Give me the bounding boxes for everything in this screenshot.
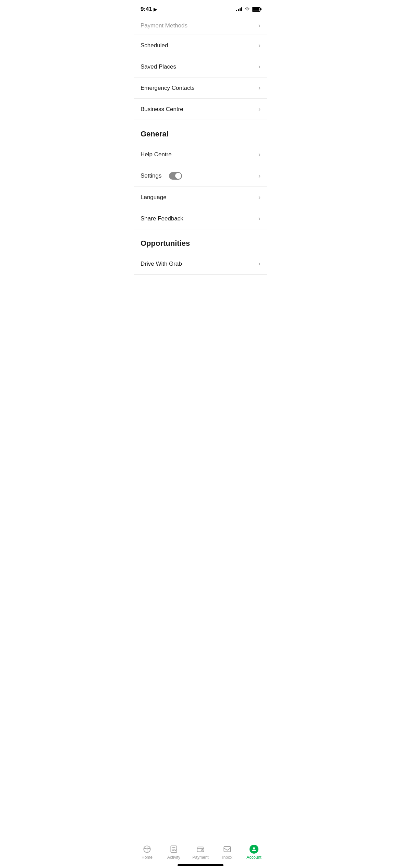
business-centre-label: Business Centre: [141, 106, 183, 113]
settings-item[interactable]: Settings ›: [134, 165, 267, 187]
emergency-contacts-label: Emergency Contacts: [141, 85, 195, 92]
settings-toggle[interactable]: [169, 172, 182, 180]
toggle-knob: [175, 173, 181, 179]
chevron-right-icon: ›: [258, 260, 260, 267]
chevron-right-icon: ›: [258, 194, 260, 201]
signal-icon: [236, 7, 242, 11]
settings-item-left: Settings: [141, 172, 182, 180]
status-time: 9:41 ▶: [141, 6, 157, 13]
drive-with-grab-item[interactable]: Drive With Grab ›: [134, 253, 267, 275]
share-feedback-label: Share Feedback: [141, 215, 183, 222]
chevron-right-icon: ›: [258, 172, 260, 180]
chevron-right-icon: ›: [258, 63, 260, 70]
main-content: Payment Methods › Scheduled › Saved Plac…: [134, 16, 267, 309]
chevron-right-icon: ›: [258, 215, 260, 222]
business-centre-item[interactable]: Business Centre ›: [134, 99, 267, 120]
chevron-right-icon: ›: [258, 42, 260, 49]
help-centre-label: Help Centre: [141, 151, 172, 158]
language-item[interactable]: Language ›: [134, 187, 267, 208]
scheduled-label: Scheduled: [141, 42, 168, 49]
general-section-title: General: [141, 130, 169, 138]
status-icons: [236, 7, 260, 12]
chevron-right-icon: ›: [258, 151, 260, 158]
drive-with-grab-label: Drive With Grab: [141, 261, 182, 267]
chevron-right-icon: ›: [258, 22, 260, 29]
status-bar: 9:41 ▶: [134, 0, 267, 16]
opportunities-section-title: Opportunities: [141, 239, 190, 248]
saved-places-item[interactable]: Saved Places ›: [134, 56, 267, 77]
wifi-icon: [244, 7, 250, 11]
scheduled-item[interactable]: Scheduled ›: [134, 35, 267, 56]
language-label: Language: [141, 194, 167, 201]
emergency-contacts-item[interactable]: Emergency Contacts ›: [134, 77, 267, 99]
battery-icon: [252, 7, 260, 12]
payment-methods-item[interactable]: Payment Methods ›: [134, 16, 267, 35]
share-feedback-item[interactable]: Share Feedback ›: [134, 208, 267, 229]
payment-methods-label: Payment Methods: [141, 22, 187, 29]
settings-label: Settings: [141, 172, 161, 179]
chevron-right-icon: ›: [258, 84, 260, 92]
saved-places-label: Saved Places: [141, 63, 176, 70]
general-section-header: General: [134, 120, 267, 144]
opportunities-section-header: Opportunities: [134, 229, 267, 253]
location-arrow-icon: ▶: [154, 7, 157, 12]
help-centre-item[interactable]: Help Centre ›: [134, 144, 267, 165]
chevron-right-icon: ›: [258, 106, 260, 113]
